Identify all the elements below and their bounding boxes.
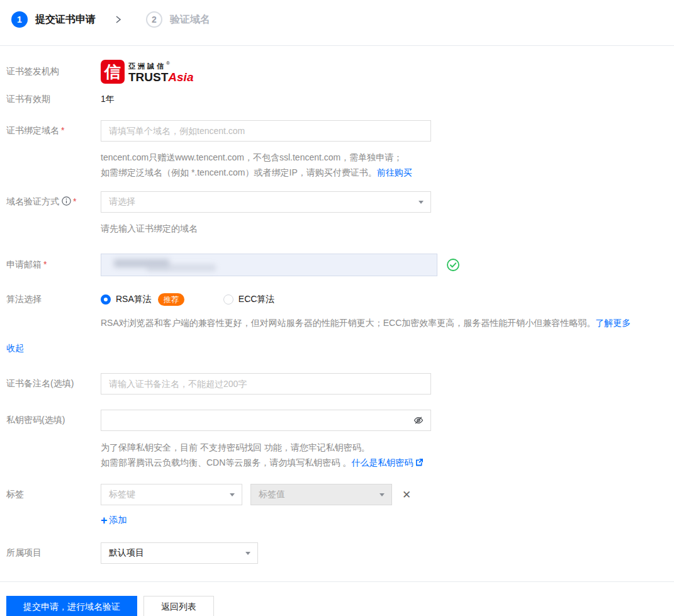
radio-ecc[interactable]: ECC算法 <box>223 294 275 305</box>
remark-label: 证书备注名(选填) <box>6 378 101 389</box>
row-algorithm: 算法选择 RSA算法 推荐 ECC算法 <box>6 293 669 306</box>
add-tag-link[interactable]: +添加 <box>101 515 127 526</box>
radio-rsa[interactable]: RSA算法 推荐 <box>101 293 184 306</box>
step-arrow-icon <box>115 15 122 24</box>
logo-asia-text: Asia <box>168 70 193 84</box>
radio-unselected-icon <box>223 294 233 305</box>
submit-button[interactable]: 提交申请，进行域名验证 <box>6 596 137 616</box>
validity-value: 1年 <box>101 94 115 105</box>
tag-value-placeholder: 标签值 <box>259 489 374 500</box>
issuer-label: 证书签发机构 <box>6 66 101 77</box>
row-domain: 证书绑定域名* <box>6 120 669 142</box>
header-divider <box>0 45 674 46</box>
chevron-down-icon <box>379 493 385 496</box>
certificate-form: 证书签发机构 信 亞洲誠信® TRUSTAsia 证书有效期 1年 证书绑定域名… <box>6 60 669 564</box>
trustasia-logo: 信 亞洲誠信® TRUSTAsia <box>101 60 193 84</box>
row-project: 所属项目 默认项目 <box>6 542 669 564</box>
algorithm-label: 算法选择 <box>6 294 101 305</box>
step-2-label: 验证域名 <box>170 13 210 26</box>
row-verify-method: 域名验证方式* 请选择 <box>6 191 669 213</box>
key-password-help-line1: 为了保障私钥安全，目前 不支持密码找回 功能，请您牢记私钥密码。 <box>101 440 669 455</box>
logo-registered-mark: ® <box>166 60 170 66</box>
chevron-down-icon <box>418 201 424 204</box>
project-select[interactable]: 默认项目 <box>101 542 258 564</box>
add-tag-label: 添加 <box>110 515 127 526</box>
tag-key-select[interactable]: 标签键 <box>101 484 242 505</box>
step-1-circle: 1 <box>11 11 28 28</box>
trustasia-logo-mark-icon: 信 <box>101 60 125 84</box>
learn-more-link[interactable]: 了解更多 <box>595 318 631 328</box>
radio-selected-icon <box>101 294 111 305</box>
eye-off-icon[interactable] <box>413 415 424 426</box>
remark-input[interactable] <box>101 373 431 395</box>
domain-label: 证书绑定域名 <box>6 125 59 135</box>
logo-trust-text: TRUST <box>128 70 168 84</box>
back-to-list-button[interactable]: 返回列表 <box>143 596 214 616</box>
key-password-input[interactable] <box>101 410 431 431</box>
plus-icon: + <box>101 515 108 526</box>
logo-cn-text: 亞洲誠信 <box>128 62 166 70</box>
footer-divider <box>0 581 674 582</box>
stepper: 1 提交证书申请 2 验证域名 <box>6 10 669 29</box>
verify-method-select[interactable]: 请选择 <box>101 191 431 213</box>
project-value: 默认项目 <box>109 547 240 559</box>
info-icon[interactable] <box>62 196 71 206</box>
chevron-down-icon <box>245 552 250 555</box>
buy-certificate-link[interactable]: 前往购买 <box>377 167 412 177</box>
remove-tag-icon[interactable]: ✕ <box>402 490 411 500</box>
email-field <box>101 254 437 276</box>
row-validity: 证书有效期 1年 <box>6 94 669 105</box>
domain-help-line1: tencent.com只赠送www.tencent.com，不包含ssl.ten… <box>101 150 669 165</box>
row-tags: 标签 标签键 标签值 ✕ <box>6 484 669 505</box>
key-password-label: 私钥密码(选填) <box>6 415 101 426</box>
recommended-badge: 推荐 <box>158 293 184 306</box>
email-required-mark: * <box>43 259 47 269</box>
domain-help: tencent.com只赠送www.tencent.com，不包含ssl.ten… <box>101 150 669 180</box>
key-password-help-line2: 如需部署腾讯云负载均衡、CDN等云服务，请勿填写私钥密码 。 <box>101 457 351 468</box>
collapse-link[interactable]: 收起 <box>6 343 24 354</box>
footer-actions: 提交申请，进行域名验证 返回列表 <box>6 596 669 616</box>
domain-input[interactable] <box>101 120 431 142</box>
row-email: 申请邮箱* <box>6 254 669 276</box>
row-remark: 证书备注名(选填) <box>6 373 669 395</box>
radio-rsa-label: RSA算法 <box>116 294 152 305</box>
radio-ecc-label: ECC算法 <box>239 294 275 305</box>
step-2-circle: 2 <box>146 11 162 28</box>
project-label: 所属项目 <box>6 547 101 559</box>
tags-label: 标签 <box>6 489 101 500</box>
external-link-icon <box>415 458 424 466</box>
row-key-password: 私钥密码(选填) <box>6 410 669 431</box>
validity-label: 证书有效期 <box>6 94 101 105</box>
verify-method-placeholder: 请选择 <box>109 196 413 208</box>
verify-required-mark: * <box>73 196 76 206</box>
email-label: 申请邮箱 <box>6 259 42 269</box>
domain-help-line2: 如需绑定泛域名（例如 *.tencent.com）或者绑定IP，请购买付费证书。 <box>101 167 377 177</box>
verify-method-help: 请先输入证书绑定的域名 <box>101 221 669 236</box>
algorithm-help: RSA对浏览器和客户端的兼容性更好，但对网站服务器的性能开销更大；ECC加密效率… <box>101 318 595 328</box>
tag-key-placeholder: 标签键 <box>109 489 224 500</box>
row-issuer: 证书签发机构 信 亞洲誠信® TRUSTAsia <box>6 60 669 84</box>
domain-required-mark: * <box>61 125 64 135</box>
step-verify-domain: 2 验证域名 <box>146 11 210 28</box>
step-submit-application: 1 提交证书申请 <box>11 11 96 28</box>
certificate-apply-page: 1 提交证书申请 2 验证域名 证书签发机构 信 亞洲誠信® TRUSTAsia <box>0 0 674 616</box>
check-success-icon <box>446 258 460 272</box>
verify-method-label: 域名验证方式 <box>6 196 59 206</box>
key-password-help: 为了保障私钥安全，目前 不支持密码找回 功能，请您牢记私钥密码。 如需部署腾讯云… <box>101 440 669 470</box>
step-1-label: 提交证书申请 <box>35 13 96 26</box>
chevron-down-icon <box>230 493 235 496</box>
what-is-key-password-link[interactable]: 什么是私钥密码 <box>351 457 413 468</box>
tag-value-select[interactable]: 标签值 <box>250 484 392 505</box>
